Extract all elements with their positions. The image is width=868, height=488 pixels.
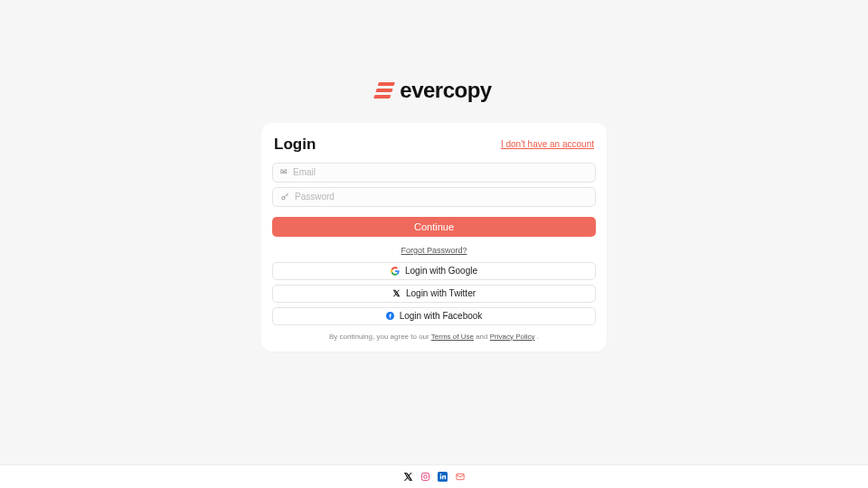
facebook-icon (386, 312, 394, 320)
email-field-wrapper[interactable]: ✉ (272, 163, 596, 183)
svg-rect-2 (421, 473, 429, 480)
continue-button[interactable]: Continue (272, 217, 596, 237)
login-google-button[interactable]: Login with Google (272, 262, 596, 280)
card-header: Login I don't have an account (272, 136, 596, 154)
footer (0, 465, 868, 488)
mail-icon: ✉ (280, 168, 288, 176)
login-card: Login I don't have an account ✉ Continue… (261, 123, 607, 352)
footer-instagram-icon[interactable] (420, 472, 430, 482)
login-facebook-label: Login with Facebook (400, 311, 483, 321)
terms-link[interactable]: Terms of Use (431, 333, 474, 341)
legal-sep: and (476, 333, 490, 341)
legal-suffix: . (537, 333, 539, 341)
footer-linkedin-icon[interactable] (438, 472, 448, 482)
google-icon (391, 267, 400, 276)
svg-point-3 (423, 475, 427, 479)
login-facebook-button[interactable]: Login with Facebook (272, 307, 596, 325)
footer-mail-icon[interactable] (455, 472, 466, 482)
footer-twitter-icon[interactable] (403, 472, 413, 482)
card-title: Login (274, 136, 316, 154)
no-account-link[interactable]: I don't have an account (501, 139, 594, 149)
forgot-password-link[interactable]: Forgot Password? (272, 246, 596, 255)
key-icon (280, 192, 289, 202)
login-twitter-button[interactable]: Login with Twitter (272, 285, 596, 303)
brand-logo-icon (373, 82, 395, 99)
legal-text: By continuing, you agree to our Terms of… (272, 333, 596, 341)
password-input[interactable] (295, 192, 588, 202)
password-field-wrapper[interactable] (272, 187, 596, 207)
email-input[interactable] (293, 167, 588, 177)
legal-prefix: By continuing, you agree to our (329, 333, 431, 341)
svg-point-4 (427, 474, 428, 475)
login-twitter-label: Login with Twitter (406, 288, 476, 298)
login-google-label: Login with Google (405, 266, 477, 276)
privacy-link[interactable]: Privacy Policy (490, 333, 535, 341)
page-main: evercopy Login I don't have an account ✉… (0, 0, 868, 465)
x-twitter-icon (392, 289, 401, 297)
brand: evercopy (376, 78, 491, 103)
brand-name: evercopy (400, 78, 491, 103)
